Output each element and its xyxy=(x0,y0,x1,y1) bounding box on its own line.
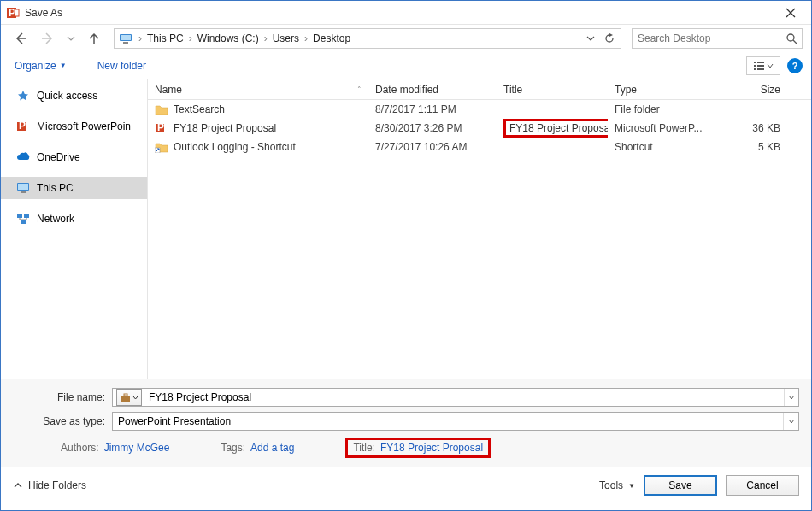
save-as-type-label: Save as type: xyxy=(13,415,112,427)
hide-folders-label: Hide Folders xyxy=(28,479,86,491)
file-name-field[interactable] xyxy=(112,388,799,407)
organize-label: Organize xyxy=(15,60,56,72)
svg-rect-12 xyxy=(757,68,764,70)
svg-rect-20 xyxy=(21,220,26,224)
authors-field[interactable]: Authors: Jimmy McGee xyxy=(61,442,169,454)
hide-folders-button[interactable]: Hide Folders xyxy=(13,479,86,491)
file-name-dropdown[interactable] xyxy=(784,389,798,406)
file-size: 5 KB xyxy=(710,141,787,153)
svg-point-6 xyxy=(787,34,794,41)
footer: Hide Folders Tools ▼ Save Cancel xyxy=(1,467,811,504)
file-row[interactable]: Outlook Logging - Shortcut 7/27/2017 10:… xyxy=(148,138,811,156)
save-as-type-dropdown[interactable] xyxy=(783,413,798,430)
svg-rect-18 xyxy=(17,214,22,218)
svg-rect-2 xyxy=(15,9,19,16)
file-date: 7/27/2017 10:26 AM xyxy=(368,141,497,153)
save-button[interactable]: Save xyxy=(644,475,717,496)
save-as-type-field[interactable]: PowerPoint Presentation xyxy=(112,412,799,431)
view-options-button[interactable] xyxy=(746,56,780,75)
file-type: File folder xyxy=(608,103,710,115)
svg-rect-24 xyxy=(121,396,130,402)
onedrive-icon xyxy=(16,150,30,164)
column-header-type[interactable]: Type xyxy=(608,84,710,96)
star-icon xyxy=(16,89,30,103)
column-header-name[interactable]: Name ˄ xyxy=(148,84,368,96)
sidebar-item-label: Quick access xyxy=(37,90,97,102)
file-row[interactable]: TextSearch 8/7/2017 1:11 PM File folder xyxy=(148,100,811,119)
svg-rect-5 xyxy=(123,42,128,44)
file-date: 8/30/2017 3:26 PM xyxy=(368,122,497,134)
file-name: FY18 Project Proposal xyxy=(174,122,276,134)
svg-rect-16 xyxy=(18,184,28,190)
recent-locations-button[interactable] xyxy=(64,27,78,50)
breadcrumb-this-pc[interactable]: This PC xyxy=(144,32,187,44)
powerpoint-app-icon: P xyxy=(6,6,20,20)
column-header-title[interactable]: Title xyxy=(497,84,608,96)
tools-button[interactable]: Tools ▼ xyxy=(599,479,635,491)
close-button[interactable] xyxy=(774,3,808,23)
file-row[interactable]: P FY18 Project Proposal 8/30/2017 3:26 P… xyxy=(148,119,811,138)
chevron-right-icon: › xyxy=(262,32,269,44)
sidebar-item-powerpoint[interactable]: P Microsoft PowerPoin xyxy=(1,115,147,138)
breadcrumb-desktop[interactable]: Desktop xyxy=(309,32,354,44)
title-field-highlighted[interactable]: Title: FY18 Project Proposal xyxy=(345,438,491,458)
titlebar: P Save As xyxy=(1,1,811,25)
forward-button[interactable] xyxy=(37,27,59,50)
sidebar-item-onedrive[interactable]: OneDrive xyxy=(1,146,147,168)
new-folder-button[interactable]: New folder xyxy=(92,56,151,75)
sidebar-item-quick-access[interactable]: Quick access xyxy=(1,85,147,107)
up-button[interactable] xyxy=(83,27,105,50)
file-pane: Name ˄ Date modified Title Type Size Tex… xyxy=(148,79,811,379)
svg-rect-25 xyxy=(124,394,127,396)
file-type-icon-dropdown[interactable] xyxy=(116,389,142,406)
sidebar-item-this-pc[interactable]: This PC xyxy=(1,177,147,199)
svg-text:P: P xyxy=(157,122,164,133)
sidebar-item-network[interactable]: Network xyxy=(1,208,147,230)
search-box[interactable] xyxy=(632,28,803,49)
search-input[interactable] xyxy=(633,32,781,44)
svg-rect-7 xyxy=(754,62,756,63)
search-icon[interactable] xyxy=(781,29,802,48)
file-name-input[interactable] xyxy=(144,391,784,403)
authors-label: Authors: xyxy=(61,442,99,454)
address-bar[interactable]: › This PC › Windows (C:) › Users › Deskt… xyxy=(114,28,621,49)
authors-value[interactable]: Jimmy McGee xyxy=(104,442,170,454)
back-button[interactable] xyxy=(9,27,32,50)
svg-text:P: P xyxy=(19,120,26,132)
tags-field[interactable]: Tags: Add a tag xyxy=(221,442,294,454)
column-header-size[interactable]: Size xyxy=(710,84,787,96)
cancel-button[interactable]: Cancel xyxy=(726,475,799,496)
refresh-button[interactable] xyxy=(600,29,619,48)
title-value[interactable]: FY18 Project Proposal xyxy=(380,442,483,454)
powerpoint-icon: P xyxy=(16,120,30,133)
sidebar: Quick access P Microsoft PowerPoin OneDr… xyxy=(1,79,148,379)
help-button[interactable]: ? xyxy=(787,58,803,73)
organize-button[interactable]: Organize ▼ xyxy=(9,56,72,75)
chevron-right-icon: › xyxy=(303,32,309,44)
title-label: Title: xyxy=(353,442,375,454)
file-size: 36 KB xyxy=(710,122,787,134)
svg-rect-9 xyxy=(754,65,756,67)
breadcrumb-users[interactable]: Users xyxy=(269,32,303,44)
shortcut-icon xyxy=(155,140,168,154)
svg-rect-10 xyxy=(757,65,764,67)
address-dropdown-button[interactable] xyxy=(581,29,600,48)
save-as-type-value: PowerPoint Presentation xyxy=(113,415,783,427)
main-pane: Quick access P Microsoft PowerPoin OneDr… xyxy=(1,79,811,379)
chevron-down-icon: ▼ xyxy=(60,62,67,69)
view-icon xyxy=(753,60,765,72)
svg-rect-11 xyxy=(754,68,756,70)
breadcrumb-windows-c[interactable]: Windows (C:) xyxy=(194,32,262,44)
chevron-up-icon xyxy=(13,480,23,490)
pc-icon xyxy=(118,31,133,46)
tags-value[interactable]: Add a tag xyxy=(250,442,294,454)
column-header-date[interactable]: Date modified xyxy=(368,84,497,96)
chevron-right-icon: › xyxy=(137,32,144,44)
sort-asc-icon: ˄ xyxy=(357,85,362,94)
briefcase-icon xyxy=(121,392,131,402)
svg-rect-4 xyxy=(121,35,131,40)
file-title-highlighted: FY18 Project Proposal xyxy=(497,119,608,138)
new-folder-label: New folder xyxy=(97,60,146,72)
file-type: Microsoft PowerP... xyxy=(608,122,710,134)
save-label: ave xyxy=(675,479,691,491)
